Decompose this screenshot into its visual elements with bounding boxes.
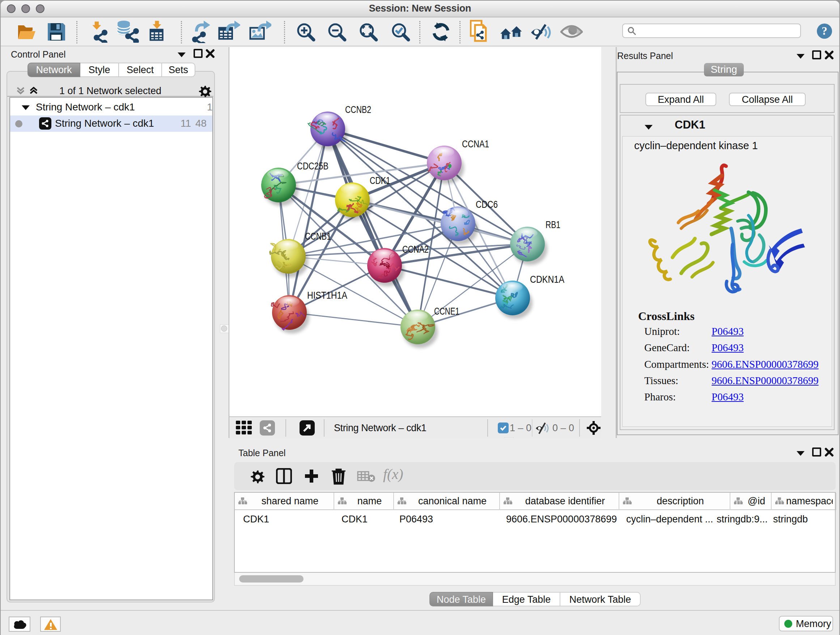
svg-text:CCNB1: CCNB1 [305,231,331,242]
svg-text:CCNA2: CCNA2 [402,244,429,255]
svg-text:CCNE1: CCNE1 [434,306,459,317]
svg-text:CDC6: CDC6 [476,199,498,210]
svg-text:CCNA1: CCNA1 [462,139,489,149]
svg-text:CDC25B: CDC25B [297,161,328,172]
svg-text:CDKN1A: CDKN1A [530,274,564,285]
svg-text:HIST1H1A: HIST1H1A [307,290,347,301]
svg-text:CCNB2: CCNB2 [345,104,371,115]
svg-text:CDK1: CDK1 [370,175,390,186]
svg-text:RB1: RB1 [546,219,561,230]
